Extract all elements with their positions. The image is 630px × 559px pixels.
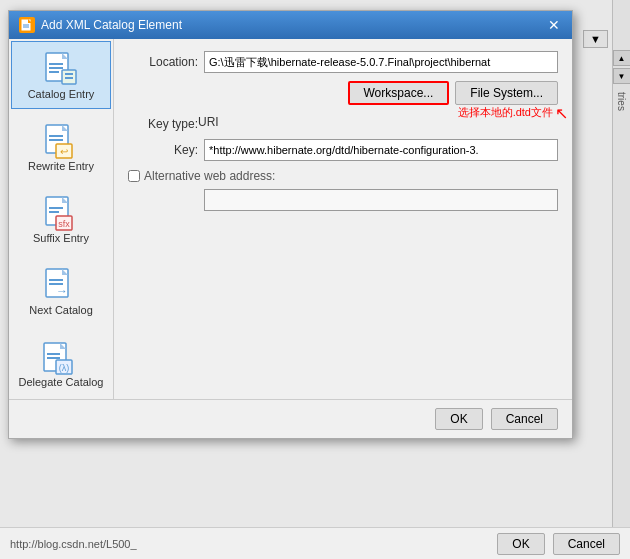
svg-rect-8 (49, 71, 59, 73)
scroll-up-btn[interactable]: ▲ (613, 50, 631, 66)
key-row: Key: (128, 139, 558, 161)
bottom-ok-button[interactable]: OK (497, 533, 544, 555)
keytype-label: Key type: (128, 115, 198, 131)
annotation-text: 选择本地的.dtd文件 (458, 105, 553, 120)
dialog-close-btn[interactable]: ✕ (546, 18, 562, 32)
catalog-entry-icon (42, 50, 80, 88)
key-label: Key: (128, 143, 198, 157)
sidebar-item-catalog-entry[interactable]: Catalog Entry (11, 41, 111, 109)
svg-rect-32 (47, 357, 60, 359)
sidebar-item-delegate-catalog[interactable]: (λ) Delegate Catalog (11, 329, 111, 397)
delegate-catalog-label: Delegate Catalog (18, 376, 103, 388)
svg-rect-31 (47, 353, 60, 355)
catalog-entry-label: Catalog Entry (28, 88, 95, 100)
bottom-bar: http://blog.csdn.net/L500_ OK Cancel (0, 527, 630, 559)
svg-rect-6 (49, 63, 63, 65)
svg-rect-11 (65, 77, 73, 79)
dialog-footer: OK Cancel (9, 399, 572, 438)
svg-rect-10 (65, 73, 73, 75)
bottom-cancel-button[interactable]: Cancel (553, 533, 620, 555)
sidebar-item-suffix-entry[interactable]: sfx Suffix Entry (11, 185, 111, 253)
location-label: Location: (128, 55, 198, 69)
sidebar-item-next-catalog[interactable]: → Next Catalog (11, 257, 111, 325)
svg-rect-14 (49, 135, 63, 137)
dialog: Add XML Catalog Element ✕ Catalog Entry (8, 10, 573, 439)
next-catalog-label: Next Catalog (29, 304, 93, 316)
alt-web-label: Alternative web address: (144, 169, 275, 183)
svg-rect-7 (49, 67, 63, 69)
location-row: Location: (128, 51, 558, 73)
alt-web-input[interactable] (204, 189, 558, 211)
next-catalog-icon: → (42, 266, 80, 304)
form-area: Location: Workspace... File System... Ke… (114, 39, 572, 399)
keytype-value: URI (198, 115, 219, 129)
bottom-url: http://blog.csdn.net/L500_ (10, 538, 489, 550)
cancel-button[interactable]: Cancel (491, 408, 558, 430)
annotation-container: 选择本地的.dtd文件 ↙ (458, 105, 568, 124)
delegate-catalog-icon: (λ) (42, 338, 80, 376)
svg-text:sfx: sfx (58, 219, 70, 229)
arrow-icon: ↙ (555, 105, 568, 124)
ok-button[interactable]: OK (435, 408, 482, 430)
suffix-entry-label: Suffix Entry (33, 232, 89, 244)
svg-text:(λ): (λ) (59, 363, 70, 373)
entries-label: tries (616, 92, 627, 111)
suffix-entry-icon: sfx (42, 194, 80, 232)
scroll-down-btn[interactable]: ▼ (613, 68, 631, 84)
rewrite-entry-icon: ↩ (42, 122, 80, 160)
dialog-icon (19, 17, 35, 33)
location-input[interactable] (204, 51, 558, 73)
filesystem-button[interactable]: File System... (455, 81, 558, 105)
dialog-title: Add XML Catalog Element (41, 18, 182, 32)
rewrite-entry-label: Rewrite Entry (28, 160, 94, 172)
svg-rect-15 (49, 139, 63, 141)
svg-rect-21 (49, 211, 59, 213)
sidebar-item-rewrite-entry[interactable]: ↩ Rewrite Entry (11, 113, 111, 181)
toolbar-dropdown[interactable]: ▼ (583, 30, 608, 48)
svg-rect-26 (49, 279, 63, 281)
sidebar: Catalog Entry ↩ Rewrite Entry (9, 39, 114, 399)
alt-web-checkbox[interactable] (128, 170, 140, 182)
svg-rect-20 (49, 207, 63, 209)
workspace-button[interactable]: Workspace... (348, 81, 450, 105)
alt-web-row: Alternative web address: (128, 169, 558, 183)
key-input[interactable] (204, 139, 558, 161)
dialog-titlebar: Add XML Catalog Element ✕ (9, 11, 572, 39)
action-buttons-row: Workspace... File System... (128, 81, 558, 105)
svg-text:→: → (56, 284, 68, 298)
svg-text:↩: ↩ (60, 146, 68, 157)
